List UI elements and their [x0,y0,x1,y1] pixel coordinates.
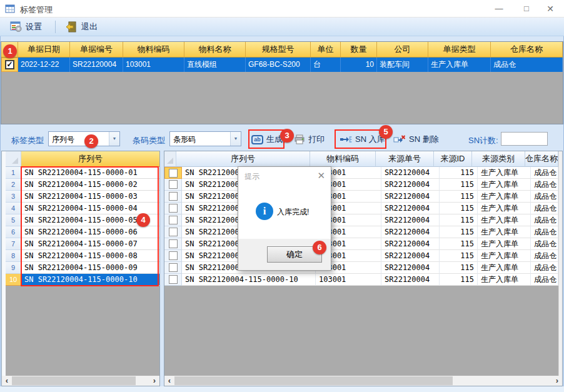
cell[interactable]: 115 [440,274,478,286]
column-header[interactable]: 物料名称 [184,42,246,58]
cell[interactable]: 成品仓 [531,203,558,214]
cell[interactable]: 115 [440,250,478,262]
sn-count-input[interactable] [501,132,548,146]
cell[interactable]: 直线模组 [184,58,246,72]
cell[interactable]: 103001 [123,58,184,72]
row-selector-cell[interactable] [164,214,182,226]
serial-cell[interactable]: SN SR22120004-115-0000-07 [21,238,159,250]
sn-delete-button[interactable]: SN 删除 [393,132,439,147]
row-selector-cell[interactable]: ✓ [1,58,18,72]
cell[interactable]: 103001 [316,274,381,286]
right-grid-corner-cell[interactable] [164,151,176,167]
left-horizontal-scrollbar[interactable]: ‹ › [2,376,159,386]
table-row[interactable]: SN SR22120004-115-0000-10103001SR2212000… [164,274,558,286]
cell[interactable]: 115 [440,238,478,250]
doc-grid-selected-row[interactable]: ✓ 2022-12-22SR22120004103001直线模组GF68-BC-… [1,58,563,72]
serial-cell[interactable]: SN SR22120004-115-0000-06 [21,226,159,238]
cell[interactable]: 生产入库单 [428,58,491,72]
table-row[interactable]: SN SR22120004-115-0000-07103001SR2212000… [164,238,558,250]
dialog-close-icon[interactable]: ✕ [317,170,325,181]
column-header[interactable]: 物料编码 [310,151,376,167]
serial-cell[interactable]: SN SR22120004-115-0000-04 [21,203,159,214]
sn-inbound-button[interactable]: SN 入库 [340,132,385,147]
cell[interactable]: SR22120004 [381,179,440,191]
cell[interactable]: 2022-12-22 [18,58,70,72]
column-header[interactable]: 来源ID [434,151,472,167]
table-row[interactable]: 10SN SR22120004-115-0000-10 [6,274,159,286]
row-number[interactable]: 10 [6,274,21,286]
row-number[interactable]: 1 [6,167,21,179]
cell[interactable]: SR22120004 [381,250,440,262]
column-header[interactable]: 仓库名称 [525,151,558,167]
checkbox-unchecked[interactable] [169,216,178,224]
cell[interactable]: GF68-BC-S200 [246,58,311,72]
column-header[interactable]: 单据类型 [428,42,491,58]
cell[interactable]: 生产入库单 [478,262,531,274]
row-selector-cell[interactable] [164,274,182,286]
cell[interactable]: 115 [440,226,478,238]
cell[interactable]: 生产入库单 [478,179,531,191]
cell[interactable]: 成品仓 [531,274,558,286]
table-row[interactable]: 1SN SR22120004-115-0000-01 [6,167,159,179]
table-row[interactable]: 6SN SR22120004-115-0000-06 [6,226,159,238]
cell[interactable]: 成品仓 [531,191,558,203]
scroll-right-icon[interactable]: › [553,376,561,386]
cell[interactable]: 成品仓 [531,179,558,191]
checkbox-unchecked[interactable] [169,169,178,178]
cell[interactable]: 成品仓 [491,58,563,72]
settings-button[interactable]: 设置 [8,19,44,34]
close-button[interactable]: ✕ [540,1,560,16]
column-header[interactable]: 单据日期 [18,42,70,58]
cell[interactable]: SR22120004 [381,203,440,214]
cell[interactable]: 生产入库单 [478,226,531,238]
serial-cell[interactable]: SN SR22120004-115-0000-08 [21,250,159,262]
cell[interactable]: SR22120004 [381,274,440,286]
cell[interactable]: 115 [440,214,478,226]
row-selector-cell[interactable] [164,167,182,179]
barcode-type-combo[interactable]: 条形码 ▼ [169,131,241,146]
row-number[interactable]: 7 [6,238,21,250]
exit-button[interactable]: 退出 [63,19,100,34]
serial-cell[interactable]: SN SR22120004-115-0000-09 [21,262,159,274]
column-header[interactable]: 来源类别 [472,151,525,167]
cell[interactable]: 成品仓 [531,238,558,250]
cell[interactable]: 生产入库单 [478,191,531,203]
scrollbar-thumb[interactable] [12,376,136,385]
cell[interactable]: 生产入库单 [478,203,531,214]
row-number[interactable]: 9 [6,262,21,274]
checkbox-unchecked[interactable] [169,192,178,201]
left-grid-corner-cell[interactable] [6,151,21,167]
cell[interactable]: SR22120004 [381,238,440,250]
cell[interactable]: 115 [440,179,478,191]
cell[interactable]: SR22120004 [381,214,440,226]
column-header[interactable]: 公司 [377,42,428,58]
table-row[interactable]: SN SR22120004-115-0000-09103001SR2212000… [164,262,558,274]
cell[interactable]: 生产入库单 [478,250,531,262]
cell[interactable]: 成品仓 [531,250,558,262]
serial-cell[interactable]: SN SR22120004-115-0000-01 [21,167,159,179]
scroll-right-icon[interactable]: › [150,376,159,386]
scroll-left-icon[interactable]: ‹ [3,376,11,386]
table-row[interactable]: 9SN SR22120004-115-0000-09 [6,262,159,274]
checkbox-unchecked[interactable] [169,228,178,236]
cell[interactable]: 成品仓 [531,262,558,274]
maximize-button[interactable]: □ [516,1,536,16]
serial-cell[interactable]: SN SR22120004-115-0000-02 [21,179,159,191]
table-row[interactable]: 7SN SR22120004-115-0000-07 [6,238,159,250]
right-vertical-scrollbar[interactable] [558,151,562,376]
column-header[interactable]: 仓库名称 [491,42,563,58]
column-header[interactable]: 单据编号 [70,42,123,58]
right-horizontal-scrollbar[interactable]: ‹ › [164,376,562,386]
cell[interactable]: 成品仓 [531,226,558,238]
print-button[interactable]: 打印 [294,132,325,147]
row-selector-cell[interactable] [164,191,182,203]
row-selector-cell[interactable] [164,179,182,191]
checkbox-unchecked[interactable] [169,275,178,284]
column-header[interactable]: 数量 [341,42,377,58]
table-row[interactable]: SN SR22120004-115-0000-06103001SR2212000… [164,226,558,238]
column-header[interactable]: 来源单号 [376,151,434,167]
cell[interactable]: SR22120004 [70,58,123,72]
table-row[interactable]: SN SR22120004-115-0000-02103001SR2212000… [164,179,558,191]
scroll-left-icon[interactable]: ‹ [165,376,174,386]
table-row[interactable]: SN SR22120004-115-0000-01103001SR2212000… [164,167,558,179]
